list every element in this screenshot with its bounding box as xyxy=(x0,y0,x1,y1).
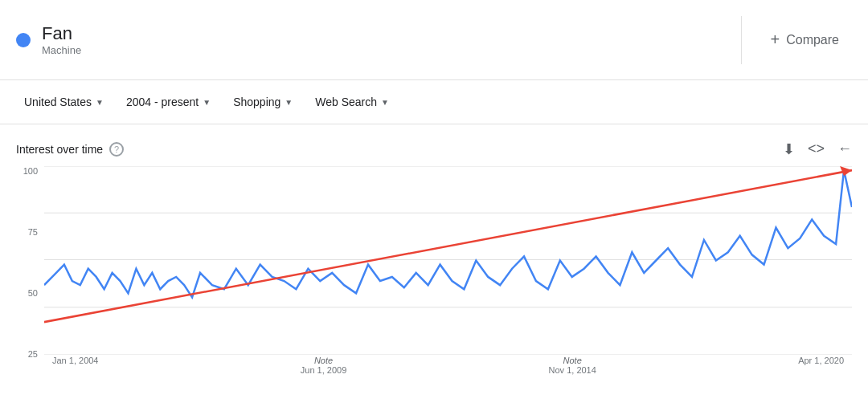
location-chevron-icon: ▼ xyxy=(96,98,104,107)
x-date-2014: Nov 1, 2014 xyxy=(549,365,596,375)
chart-svg-wrapper xyxy=(44,166,852,355)
help-icon[interactable]: ? xyxy=(109,142,124,157)
search-type-label: Web Search xyxy=(315,96,377,108)
term-section: Fan Machine xyxy=(16,23,725,56)
x-date-2009: Jun 1, 2009 xyxy=(301,365,347,375)
x-note-2009: Note xyxy=(314,356,333,365)
chart-title: Interest over time xyxy=(16,143,103,156)
term-sub: Machine xyxy=(42,44,81,56)
category-label: Shopping xyxy=(233,96,280,108)
category-chevron-icon: ▼ xyxy=(285,98,293,107)
x-label-2009: Note Jun 1, 2009 xyxy=(301,356,347,375)
search-type-chevron-icon: ▼ xyxy=(381,98,389,107)
x-note-2014: Note xyxy=(563,356,582,365)
x-label-2020: Apr 1, 2020 xyxy=(798,356,844,375)
y-label-100: 100 xyxy=(16,166,44,176)
time-label: 2004 - present xyxy=(126,96,199,108)
compare-button[interactable]: + Compare xyxy=(758,24,853,55)
time-filter[interactable]: 2004 - present ▼ xyxy=(118,92,219,112)
header-divider xyxy=(741,16,742,64)
location-filter[interactable]: United States ▼ xyxy=(16,92,112,112)
filters-bar: United States ▼ 2004 - present ▼ Shoppin… xyxy=(0,80,868,124)
search-type-filter[interactable]: Web Search ▼ xyxy=(307,92,397,112)
y-label-25: 25 xyxy=(16,349,44,359)
y-label-75: 75 xyxy=(16,227,44,237)
chart-container: Interest over time ? ⬇ <> ← 100 75 50 25 xyxy=(0,124,868,411)
chart-svg xyxy=(44,166,852,355)
location-label: United States xyxy=(24,96,92,108)
term-name: Fan xyxy=(42,23,81,44)
y-label-50: 50 xyxy=(16,288,44,298)
category-filter[interactable]: Shopping ▼ xyxy=(225,92,301,112)
x-label-2014: Note Nov 1, 2014 xyxy=(549,356,596,375)
compare-label: Compare xyxy=(786,33,839,47)
term-text: Fan Machine xyxy=(42,23,81,56)
chart-header: Interest over time ? ⬇ <> ← xyxy=(16,140,852,158)
download-icon[interactable]: ⬇ xyxy=(783,140,795,158)
svg-line-5 xyxy=(44,170,852,322)
x-label-2004: Jan 1, 2004 xyxy=(52,356,99,375)
header: Fan Machine + Compare xyxy=(0,0,868,80)
svg-marker-6 xyxy=(840,166,852,176)
time-chevron-icon: ▼ xyxy=(203,98,211,107)
term-dot xyxy=(16,33,31,47)
chart-title-row: Interest over time ? xyxy=(16,142,124,157)
compare-plus-icon: + xyxy=(771,31,780,49)
chart-area: 100 75 50 25 xyxy=(16,166,852,375)
share-icon[interactable]: ← xyxy=(837,140,852,158)
x-axis-labels: Jan 1, 2004 Note Jun 1, 2009 Note Nov 1,… xyxy=(44,356,852,375)
embed-icon[interactable]: <> xyxy=(808,140,825,158)
x-date-2004: Jan 1, 2004 xyxy=(52,356,99,365)
chart-actions: ⬇ <> ← xyxy=(783,140,852,158)
x-date-2020: Apr 1, 2020 xyxy=(798,356,844,365)
y-axis-labels: 100 75 50 25 xyxy=(16,166,44,375)
